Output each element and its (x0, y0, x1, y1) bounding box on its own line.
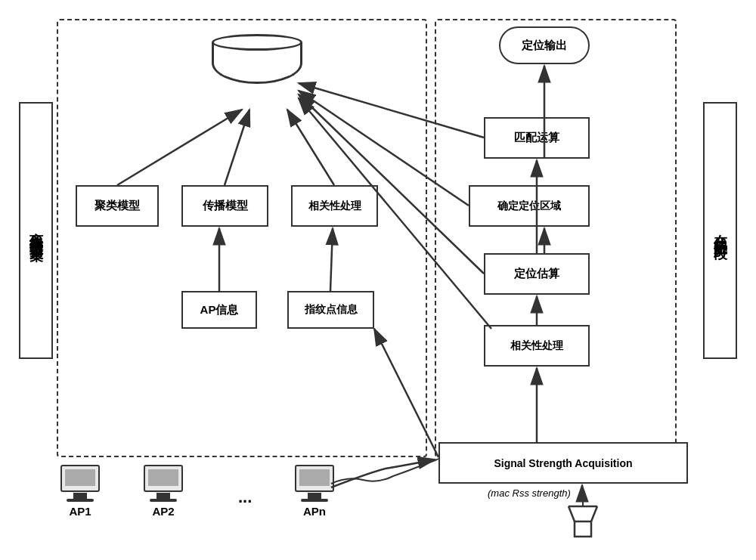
computer-ap1-stand (73, 493, 87, 499)
svg-rect-0 (575, 521, 591, 537)
radiomap-node: RadioMap (204, 34, 310, 110)
offline-phase-label: 离线指纹数据采集 (19, 102, 53, 359)
computer-apn-stand (308, 493, 321, 499)
computer-apn: APn (295, 465, 334, 518)
antenna-icon (559, 495, 605, 544)
computer-ap2: AP2 (144, 465, 183, 518)
computer-ap1-monitor (60, 465, 100, 492)
mac-rss-label: (mac Rss strength) (488, 487, 571, 499)
svg-line-1 (569, 506, 575, 521)
correlation-processing-offline-node: 相关性处理 (291, 185, 378, 227)
online-box (435, 19, 677, 457)
location-estimation-node: 定位估算 (484, 253, 590, 295)
computer-ap1: AP1 (60, 465, 100, 518)
computer-ap2-base (150, 499, 177, 502)
propagation-model-node: 传播模型 (181, 185, 268, 227)
computer-ap2-monitor (144, 465, 183, 492)
correlation-processing-online-node: 相关性处理 (484, 325, 590, 367)
determine-location-area-node: 确定定位区域 (469, 185, 590, 227)
computer-ap1-label: AP1 (69, 505, 91, 518)
computer-apn-base (301, 499, 328, 502)
dots-label: ... (238, 487, 252, 507)
computer-ap2-stand (156, 493, 170, 499)
computer-ap2-label: AP2 (152, 505, 174, 518)
ap-info-node: AP信息 (181, 291, 257, 329)
matching-operation-node: 匹配运算 (484, 117, 590, 159)
computer-apn-monitor (295, 465, 334, 492)
computer-ap1-base (67, 499, 94, 502)
clustering-model-node: 聚类模型 (76, 185, 159, 227)
fingerprint-info-node: 指纹点信息 (287, 291, 374, 329)
computer-apn-label: APn (303, 505, 326, 518)
online-phase-label: 在线定位阶段 (703, 102, 737, 359)
signal-strength-acquisition-node: Signal Strength Acquisition (438, 442, 688, 484)
cylinder-top (212, 34, 302, 51)
location-output-node: 定位输出 (499, 26, 590, 64)
diagram-container: 离线指纹数据采集 在线定位阶段 RadioMap 聚类模型 传播模型 相关性处理… (15, 11, 741, 548)
svg-line-2 (591, 506, 597, 521)
